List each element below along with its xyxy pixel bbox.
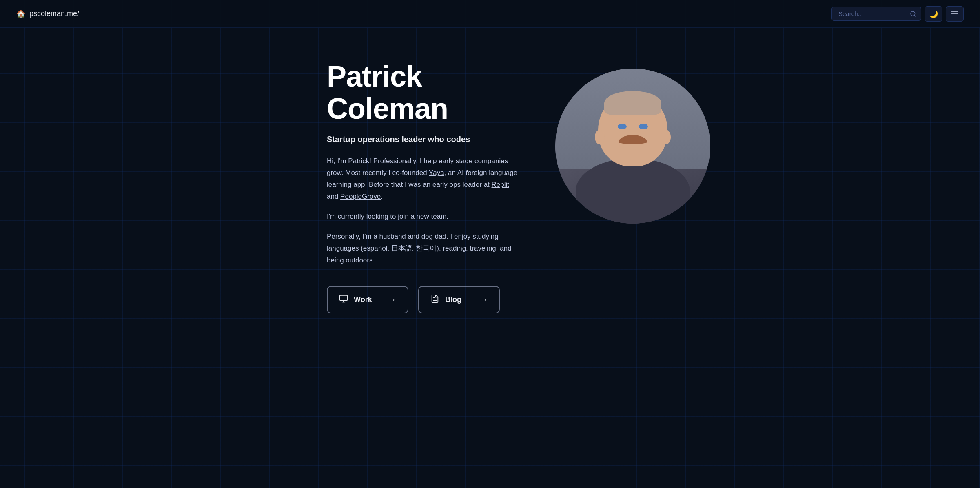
profile-photo-container xyxy=(555,60,710,224)
svg-line-1 xyxy=(914,15,916,16)
menu-button[interactable] xyxy=(946,6,964,22)
laptop-icon xyxy=(339,294,348,305)
hamburger-icon xyxy=(951,10,959,18)
photo-ear-right xyxy=(661,130,671,144)
document-icon xyxy=(430,294,439,305)
blog-arrow-icon: → xyxy=(479,295,488,304)
site-logo[interactable]: 🏠 pscoleman.me/ xyxy=(16,9,79,18)
main-content: Patrick Coleman Startup operations leade… xyxy=(245,28,735,346)
photo-ear-left xyxy=(595,130,605,144)
nav-right: 🌙 xyxy=(831,6,964,22)
svg-rect-5 xyxy=(340,295,347,300)
navigation: 🏠 pscoleman.me/ 🌙 xyxy=(0,0,980,28)
photo-eye-right xyxy=(639,124,648,129)
work-button-inner: Work xyxy=(339,294,372,305)
moon-icon: 🌙 xyxy=(929,9,938,18)
bio-text-3: and xyxy=(327,193,340,200)
logo-text: pscoleman.me/ xyxy=(29,9,79,18)
hero-subtitle: Startup operations leader who codes xyxy=(327,135,523,144)
work-arrow-icon: → xyxy=(388,295,396,304)
photo-body xyxy=(576,158,690,224)
hero-personal: Personally, I'm a husband and dog dad. I… xyxy=(327,231,523,266)
search-button[interactable] xyxy=(910,11,916,17)
photo-eye-left xyxy=(618,124,627,129)
hero-bio: Hi, I'm Patrick! Professionally, I help … xyxy=(327,155,523,203)
dark-mode-toggle[interactable]: 🌙 xyxy=(925,6,942,22)
yaya-link[interactable]: Yaya xyxy=(429,169,444,177)
hero-content: Patrick Coleman Startup operations leade… xyxy=(327,60,523,313)
photo-neck xyxy=(621,148,645,164)
blog-button-inner: Blog xyxy=(430,294,461,305)
search-container xyxy=(831,7,921,21)
work-label: Work xyxy=(354,295,372,304)
home-icon: 🏠 xyxy=(16,9,25,18)
search-icon xyxy=(910,11,916,17)
bio-text-4: . xyxy=(381,193,383,200)
profile-photo xyxy=(555,69,710,224)
blog-label: Blog xyxy=(445,295,461,304)
peoplegrove-link[interactable]: PeopleGrove xyxy=(340,193,381,200)
photo-mustache xyxy=(619,135,647,144)
search-input[interactable] xyxy=(831,7,921,21)
hero-looking: I'm currently looking to join a new team… xyxy=(327,211,523,223)
work-button[interactable]: Work → xyxy=(327,286,408,313)
replit-link[interactable]: Replit xyxy=(492,181,509,189)
hero-name: Patrick Coleman xyxy=(327,60,523,125)
cta-buttons: Work → Blog xyxy=(327,286,523,313)
blog-button[interactable]: Blog → xyxy=(418,286,500,313)
photo-image xyxy=(555,69,710,224)
